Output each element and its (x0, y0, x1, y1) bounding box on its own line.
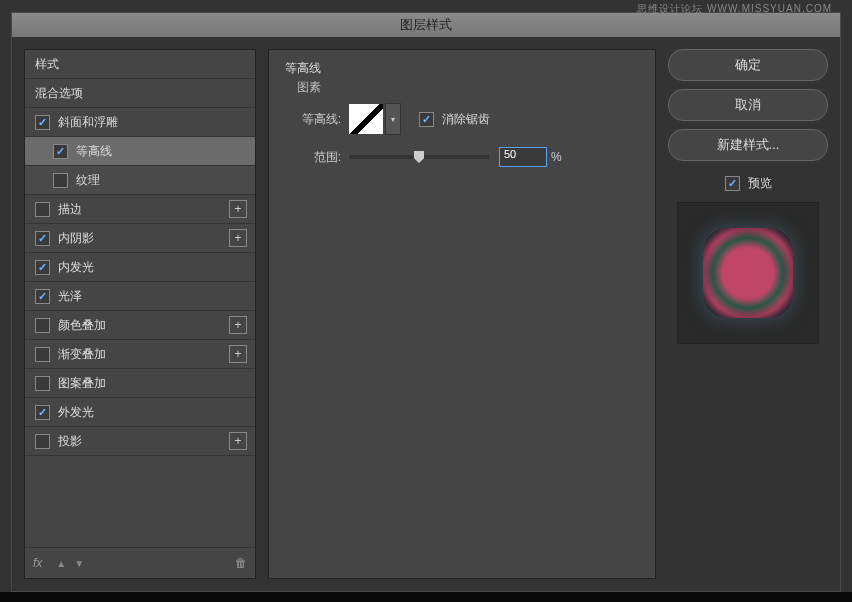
sidebar-footer: fx ▲ ▼ 🗑 (25, 547, 255, 578)
sidebar-label-7: 内发光 (58, 259, 94, 276)
panel-title: 等高线 (285, 60, 639, 77)
sidebar-checkbox-10[interactable] (35, 347, 50, 362)
settings-panel: 等高线 图素 等高线: ▾ 消除锯齿 范围: 50 % (268, 49, 656, 579)
titlebar: 图层样式 (12, 13, 840, 37)
sidebar-label-8: 光泽 (58, 288, 82, 305)
add-icon[interactable]: + (229, 229, 247, 247)
layer-style-dialog: 图层样式 样式混合选项斜面和浮雕等高线纹理描边+内阴影+内发光光泽颜色叠加+渐变… (11, 12, 841, 592)
contour-thumbnail[interactable] (349, 104, 383, 134)
add-icon[interactable]: + (229, 432, 247, 450)
sidebar-checkbox-3[interactable] (53, 144, 68, 159)
sidebar-item-11[interactable]: 图案叠加 (25, 369, 255, 398)
contour-dropdown-icon[interactable]: ▾ (385, 103, 401, 135)
sidebar-label-3: 等高线 (76, 143, 112, 160)
sidebar-item-1[interactable]: 混合选项 (25, 79, 255, 108)
range-input[interactable]: 50 (499, 147, 547, 167)
antialias-label: 消除锯齿 (442, 111, 490, 128)
sidebar-checkbox-8[interactable] (35, 289, 50, 304)
sidebar-label-12: 外发光 (58, 404, 94, 421)
preview-image (677, 202, 819, 344)
sidebar-checkbox-4[interactable] (53, 173, 68, 188)
sidebar-label-5: 描边 (58, 201, 82, 218)
sidebar-item-10[interactable]: 渐变叠加+ (25, 340, 255, 369)
sidebar-checkbox-6[interactable] (35, 231, 50, 246)
sidebar-item-5[interactable]: 描边+ (25, 195, 255, 224)
sidebar-label-10: 渐变叠加 (58, 346, 106, 363)
sidebar-label-4: 纹理 (76, 172, 100, 189)
fx-label[interactable]: fx (33, 556, 42, 570)
new-style-button[interactable]: 新建样式... (668, 129, 828, 161)
ok-button[interactable]: 确定 (668, 49, 828, 81)
sidebar-checkbox-7[interactable] (35, 260, 50, 275)
preview-label: 预览 (748, 175, 772, 192)
sidebar-item-2[interactable]: 斜面和浮雕 (25, 108, 255, 137)
contour-label: 等高线: (285, 111, 341, 128)
sidebar-label-9: 颜色叠加 (58, 317, 106, 334)
preview-icon (703, 228, 793, 318)
effects-sidebar: 样式混合选项斜面和浮雕等高线纹理描边+内阴影+内发光光泽颜色叠加+渐变叠加+图案… (24, 49, 256, 579)
preview-checkbox[interactable] (725, 176, 740, 191)
right-panel: 确定 取消 新建样式... 预览 (668, 49, 828, 579)
range-slider[interactable] (349, 155, 489, 159)
sidebar-item-4[interactable]: 纹理 (25, 166, 255, 195)
sidebar-item-3[interactable]: 等高线 (25, 137, 255, 166)
sidebar-checkbox-9[interactable] (35, 318, 50, 333)
sidebar-checkbox-13[interactable] (35, 434, 50, 449)
antialias-checkbox[interactable] (419, 112, 434, 127)
sidebar-item-12[interactable]: 外发光 (25, 398, 255, 427)
arrow-up-icon[interactable]: ▲ (56, 558, 66, 569)
sidebar-item-9[interactable]: 颜色叠加+ (25, 311, 255, 340)
sidebar-checkbox-11[interactable] (35, 376, 50, 391)
arrow-down-icon[interactable]: ▼ (74, 558, 84, 569)
sidebar-label-6: 内阴影 (58, 230, 94, 247)
add-icon[interactable]: + (229, 345, 247, 363)
sidebar-label-0: 样式 (35, 56, 59, 73)
cancel-button[interactable]: 取消 (668, 89, 828, 121)
sidebar-item-0[interactable]: 样式 (25, 50, 255, 79)
sidebar-item-7[interactable]: 内发光 (25, 253, 255, 282)
add-icon[interactable]: + (229, 200, 247, 218)
sidebar-item-13[interactable]: 投影+ (25, 427, 255, 456)
range-unit: % (551, 150, 562, 164)
sidebar-checkbox-2[interactable] (35, 115, 50, 130)
sidebar-checkbox-5[interactable] (35, 202, 50, 217)
sidebar-label-2: 斜面和浮雕 (58, 114, 118, 131)
trash-icon[interactable]: 🗑 (235, 556, 247, 570)
add-icon[interactable]: + (229, 316, 247, 334)
sidebar-item-6[interactable]: 内阴影+ (25, 224, 255, 253)
range-label: 范围: (285, 149, 341, 166)
sidebar-label-13: 投影 (58, 433, 82, 450)
panel-subtitle: 图素 (297, 79, 639, 96)
sidebar-checkbox-12[interactable] (35, 405, 50, 420)
sidebar-label-1: 混合选项 (35, 85, 83, 102)
sidebar-label-11: 图案叠加 (58, 375, 106, 392)
sidebar-item-8[interactable]: 光泽 (25, 282, 255, 311)
